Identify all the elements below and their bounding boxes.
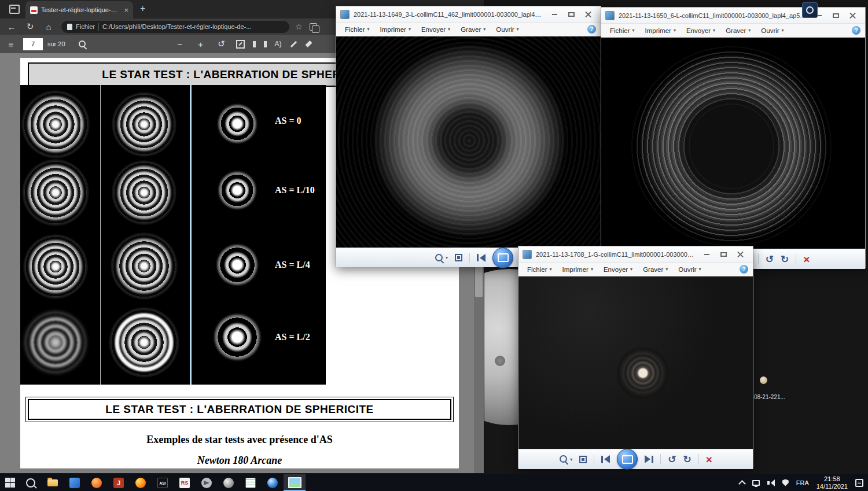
previous-button[interactable] — [477, 254, 486, 262]
next-button[interactable] — [645, 455, 653, 463]
read-aloud-icon[interactable]: A) — [275, 40, 282, 48]
address-divider — [98, 23, 99, 31]
zoom-in-icon[interactable]: + — [194, 39, 207, 49]
action-center-icon[interactable] — [855, 479, 863, 487]
toc-icon[interactable]: ≡ — [5, 39, 17, 49]
tab-close-icon[interactable]: × — [124, 6, 128, 14]
refresh-icon[interactable]: ↻ — [23, 21, 37, 32]
as-label: AS = L/2 — [275, 332, 344, 342]
tab-actions-icon[interactable] — [9, 5, 20, 14]
zoom-control[interactable]: ▾ — [559, 455, 572, 464]
menu-label: Ouvrir — [496, 26, 514, 33]
minimize-button[interactable] — [698, 249, 715, 260]
taskbar-app-orange[interactable] — [86, 474, 108, 491]
menu-ouvrir[interactable]: Ouvrir▾ — [673, 266, 706, 273]
start-button[interactable] — [0, 474, 20, 491]
taskbar-app-sphere[interactable] — [218, 474, 240, 491]
taskbar-app-blue-circle[interactable] — [262, 474, 284, 491]
desktop: 1-08-21-221... Tester-et-régler-loptique… — [0, 0, 868, 491]
slideshow-button[interactable] — [492, 248, 513, 268]
menu-ouvrir[interactable]: Ouvrir▾ — [756, 27, 789, 34]
desktop-shortcut-icon[interactable] — [802, 2, 818, 18]
menu-envoyer[interactable]: Envoyer▾ — [681, 27, 720, 34]
minimize-button[interactable] — [546, 9, 563, 20]
maximize-button[interactable] — [715, 249, 732, 260]
language-indicator[interactable]: FRA — [796, 479, 809, 486]
zoom-control[interactable]: ▾ — [435, 253, 448, 263]
fit-to-page-icon[interactable] — [236, 40, 245, 49]
back-icon[interactable]: ← — [5, 22, 19, 32]
close-button[interactable] — [580, 9, 597, 20]
menu-graver[interactable]: Graver▾ — [720, 27, 756, 34]
taskbar-app-bird[interactable] — [196, 474, 218, 491]
highlight-icon[interactable] — [305, 40, 312, 47]
actual-size-icon[interactable] — [455, 254, 462, 261]
rotate-cw-icon[interactable]: ↻ — [683, 455, 691, 464]
title-bar[interactable]: 2021-11-13-1650_6-L-collimC11_limit00000… — [601, 8, 865, 24]
tray-expand-icon[interactable] — [738, 480, 746, 488]
clock[interactable]: 21:58 14/11/2021 — [816, 475, 848, 490]
taskbar-registax[interactable]: RS — [174, 474, 196, 491]
delete-icon[interactable]: × — [706, 454, 712, 465]
collections-icon[interactable] — [310, 23, 317, 31]
favorites-star-icon[interactable]: ☆ — [295, 22, 303, 31]
rotate-ccw-icon[interactable]: ↺ — [766, 254, 774, 264]
zoom-out-icon[interactable]: − — [174, 39, 186, 49]
taskbar-search-button[interactable] — [20, 474, 42, 491]
menu-label: Fichier — [610, 27, 630, 34]
menu-graver[interactable]: Graver▾ — [455, 26, 491, 33]
draw-icon[interactable] — [290, 40, 296, 47]
page-view-icon[interactable] — [253, 41, 267, 47]
menu-imprimer[interactable]: Imprimer▾ — [375, 26, 416, 33]
delete-icon[interactable]: × — [803, 254, 810, 265]
startest-image — [111, 232, 178, 300]
pdf-page-input[interactable] — [23, 38, 43, 50]
actual-size-icon[interactable] — [579, 456, 587, 463]
title-bar[interactable]: 2021-11-13-1708_1-G-collimC11_limit00000… — [518, 246, 753, 263]
rotate-page-icon[interactable]: ↺ — [215, 39, 228, 49]
menu-fichier[interactable]: Fichier▾ — [605, 27, 640, 34]
slideshow-button[interactable] — [617, 449, 638, 470]
menu-ouvrir[interactable]: Ouvrir▾ — [491, 26, 524, 33]
previous-button[interactable] — [601, 455, 610, 463]
triangle-glyph — [604, 455, 610, 463]
menu-fichier[interactable]: Fichier▾ — [522, 266, 557, 273]
taskbar-app-spreadsheet[interactable] — [240, 474, 262, 491]
pdf-search-icon[interactable] — [78, 40, 87, 49]
maximize-button[interactable] — [563, 9, 580, 20]
startest-image — [21, 308, 90, 376]
grid-app-icon — [245, 478, 256, 488]
new-tab-button[interactable]: + — [140, 3, 145, 14]
taskbar-firefox[interactable] — [130, 474, 152, 491]
rotate-cw-icon[interactable]: ↻ — [781, 254, 789, 264]
menu-envoyer[interactable]: Envoyer▾ — [598, 266, 638, 273]
chevron-down-icon: ▾ — [674, 28, 676, 33]
address-bar[interactable]: Fichier C:/Users/phili/Desktop/Tester-et… — [61, 21, 289, 33]
help-icon[interactable]: ? — [852, 26, 860, 35]
taskbar-app-blue[interactable] — [64, 474, 86, 491]
chevron-down-icon: ▾ — [699, 267, 701, 272]
browser-tab[interactable]: Tester-et-régler-loptique-de-son × — [25, 1, 133, 19]
menu-imprimer[interactable]: Imprimer▾ — [557, 266, 598, 273]
close-button[interactable] — [844, 10, 861, 21]
menu-envoyer[interactable]: Envoyer▾ — [416, 26, 455, 33]
taskbar-asi-capture[interactable]: ASI — [152, 474, 174, 491]
home-icon[interactable]: ⌂ — [42, 22, 56, 32]
help-icon[interactable]: ? — [740, 265, 748, 274]
menu-fichier[interactable]: Fichier▾ — [340, 26, 375, 33]
network-icon[interactable] — [752, 480, 760, 486]
taskbar-photo-viewer-active[interactable] — [284, 474, 306, 491]
taskbar-app-j[interactable]: J — [108, 474, 130, 491]
rotate-ccw-icon[interactable]: ↺ — [668, 455, 676, 464]
volume-icon[interactable] — [767, 479, 775, 486]
close-button[interactable] — [732, 249, 749, 260]
maximize-button[interactable] — [827, 10, 844, 21]
menu-graver[interactable]: Graver▾ — [638, 266, 673, 273]
startest-image — [112, 92, 176, 157]
window-title: 2021-11-13-1649_3-L-collimC11_462_limit0… — [350, 11, 546, 18]
security-shield-icon[interactable] — [782, 479, 789, 486]
help-icon[interactable]: ? — [587, 25, 596, 34]
menu-imprimer[interactable]: Imprimer▾ — [640, 27, 681, 34]
taskbar-file-explorer[interactable] — [42, 474, 64, 491]
title-bar[interactable]: 2021-11-13-1649_3-L-collimC11_462_limit0… — [336, 6, 601, 23]
